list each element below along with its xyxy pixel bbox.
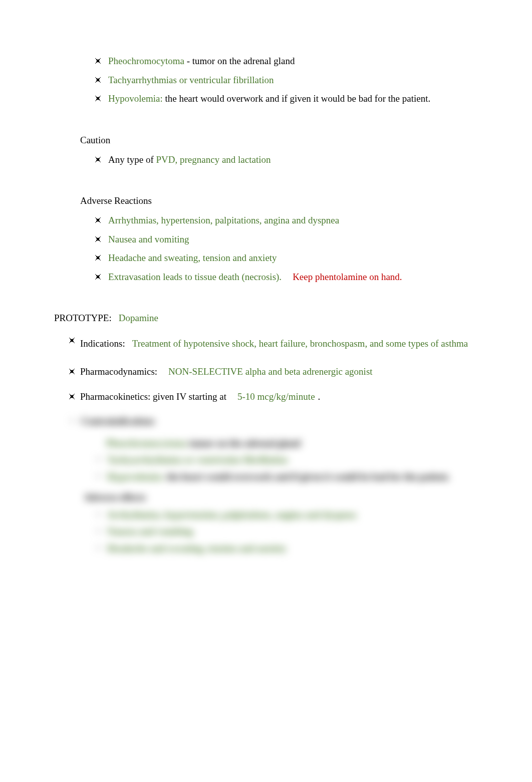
list-item: ● Hypovolemia: the heart would overwork … (93, 470, 492, 484)
list-item: ⯍ Pharmacokinetics: given IV starting at… (67, 390, 492, 404)
highlight-text: Hypovolemia: (108, 93, 163, 104)
highlight-text: Headache and sweating, tension and anxie… (108, 252, 277, 263)
list-item: ⯍ Hypovolemia: the heart would overwork … (93, 92, 492, 106)
highlight-text: Tachyarrhythmias or ventricular fibrilla… (107, 454, 288, 465)
highlight-text: Headache and sweating, tension and anxie… (107, 543, 287, 554)
bullet-icon: ⯍ (67, 335, 77, 346)
adverse-bullets: ⯍ Arrhythmias, hypertension, palpitation… (54, 213, 492, 284)
highlight-text: NON-SELECTIVE alpha and beta adrenergic … (168, 366, 373, 377)
list-item-text: Hypovolemia: the heart would overwork an… (108, 92, 492, 106)
field-label: Pharmacokinetics: given IV starting at (80, 391, 226, 402)
highlight-text: Arrhythmias, hypertension, palpitations,… (108, 215, 339, 225)
list-item-text: Any type of PVD, pregnancy and lactation (108, 153, 492, 167)
blur-adverse-bullets: ● Arrhythmias, hypertension, palpitation… (54, 508, 492, 556)
highlight-text: Nausea and vomiting (108, 234, 189, 244)
list-item: ⯍ Headache and sweating, tension and anx… (93, 251, 492, 265)
bullet-icon: ● (93, 527, 103, 535)
highlight-text: Pheochromocytoma (108, 56, 184, 66)
highlight-text: Extravasation leads to tissue death (nec… (108, 272, 282, 282)
list-item: ⯍ Pheochromocytoma - tumor on the adrena… (93, 54, 492, 68)
highlight-text: 5-10 mcg/kg/minute (237, 391, 315, 402)
bullet-icon: ● (67, 416, 77, 425)
body-text: - tumor on the adrenal gland (184, 56, 295, 66)
body-text: the heart would overwork and if given it… (164, 471, 450, 482)
bullet-icon: ⯍ (93, 74, 103, 86)
list-item-text: Pheochromocytoma - tumor on the adrenal … (108, 54, 492, 68)
list-item: ● Contraindications (67, 414, 492, 428)
list-item-text: Contraindications (81, 414, 492, 428)
bullet-icon: ⯍ (93, 271, 103, 283)
bullet-icon: ⯍ (93, 154, 103, 165)
bullet-icon: ⯍ (93, 252, 103, 264)
bullet-icon: ⯍ (93, 55, 103, 67)
list-item: ⯍ Any type of PVD, pregnancy and lactati… (93, 153, 492, 167)
list-item: ● Arrhythmias, hypertension, palpitation… (93, 508, 492, 522)
list-item-text: Arrhythmias, hypertension, palpitations,… (107, 508, 492, 522)
bullet-icon: ⯍ (93, 233, 103, 245)
field-label: Pharmacodynamics: (80, 366, 157, 377)
bullet-icon: ● (93, 544, 103, 552)
body-text: . (318, 391, 321, 402)
list-item: ⯍ Tachyarrhythmias or ventricular fibril… (93, 73, 492, 87)
warning-text: Keep phentolamine on hand. (293, 272, 402, 282)
list-item: Pheochromocytoma tumor on the adrenal gl… (93, 436, 492, 450)
list-item-text: Nausea and vomiting (107, 525, 492, 539)
field-label: Indications: (80, 338, 125, 349)
highlight-text: Pheochromocytoma (106, 438, 187, 448)
bullet-icon: ● (93, 510, 103, 518)
top-bullets: ⯍ Pheochromocytoma - tumor on the adrena… (54, 54, 492, 106)
bullet-icon: ⯍ (67, 391, 77, 402)
section-heading-caution: Caution (54, 135, 492, 146)
bullet-icon: ● (93, 472, 103, 480)
list-item-text: Pheochromocytoma tumor on the adrenal gl… (106, 436, 492, 450)
list-item: ⯍ Indications:Treatment of hypotensive s… (67, 334, 492, 354)
prototype-bullets: ⯍ Indications:Treatment of hypotensive s… (54, 334, 492, 403)
highlight-text: PVD, pregnancy and lactation (156, 154, 271, 165)
list-item: ⯍ Nausea and vomiting (93, 232, 492, 246)
list-item: ⯍ Pharmacodynamics:NON-SELECTIVE alpha a… (67, 365, 492, 379)
list-item-text: Headache and sweating, tension and anxie… (108, 251, 492, 265)
body-text: the heart would overwork and if given it… (163, 93, 431, 104)
list-item-text: Headache and sweating, tension and anxie… (107, 542, 492, 556)
highlight-text: Nausea and vomiting (107, 526, 193, 537)
list-item: ● Headache and sweating, tension and anx… (93, 542, 492, 556)
list-item: ⯍ Extravasation leads to tissue death (n… (93, 270, 492, 284)
prototype-name: Dopamine (119, 313, 158, 323)
bullet-icon: ⯍ (67, 366, 77, 377)
blur-contra-row: ● Contraindications (54, 414, 492, 428)
highlight-text: Treatment of hypotensive shock, heart fa… (132, 338, 468, 349)
list-item: ● Nausea and vomiting (93, 525, 492, 539)
blur-contra-bullets: Pheochromocytoma tumor on the adrenal gl… (54, 436, 492, 484)
list-item-text: Nausea and vomiting (108, 232, 492, 246)
highlight-text: Tachyarrhythmias or ventricular fibrilla… (108, 75, 274, 85)
body-text: Any type of (108, 154, 156, 165)
bullet-icon: ⯍ (93, 214, 103, 226)
list-item: ● Tachyarrhythmias or ventricular fibril… (93, 453, 492, 467)
prototype-label: PROTOTYPE: (54, 313, 112, 323)
list-item-text: Tachyarrhythmias or ventricular fibrilla… (107, 453, 492, 467)
highlight-text: Arrhythmias, hypertension, palpitations,… (107, 509, 356, 520)
document-content: ⯍ Pheochromocytoma - tumor on the adrena… (0, 54, 532, 555)
section-heading-adverse-effects: Adverse effects (54, 492, 492, 503)
list-item-text: Arrhythmias, hypertension, palpitations,… (108, 213, 492, 227)
section-heading-adverse: Adverse Reactions (54, 195, 492, 206)
list-item-text: Pharmacokinetics: given IV starting at5-… (80, 390, 492, 404)
bullet-icon: ● (93, 455, 103, 463)
highlight-text: Hypovolemia: (107, 471, 164, 482)
list-item-text: Indications:Treatment of hypotensive sho… (80, 334, 492, 354)
list-item-text: Tachyarrhythmias or ventricular fibrilla… (108, 73, 492, 87)
blurred-content: ● Contraindications Pheochromocytoma tum… (54, 414, 492, 555)
section-heading-contraindications: Contraindications (81, 416, 155, 426)
prototype-line: PROTOTYPE:Dopamine (54, 313, 492, 324)
list-item-text: Extravasation leads to tissue death (nec… (108, 270, 492, 284)
list-item-text: Pharmacodynamics:NON-SELECTIVE alpha and… (80, 365, 492, 379)
caution-bullets: ⯍ Any type of PVD, pregnancy and lactati… (54, 153, 492, 167)
list-item-text: Hypovolemia: the heart would overwork an… (107, 470, 492, 484)
list-item: ⯍ Arrhythmias, hypertension, palpitation… (93, 213, 492, 227)
bullet-icon: ⯍ (93, 93, 103, 104)
body-text: tumor on the adrenal gland (187, 438, 301, 448)
